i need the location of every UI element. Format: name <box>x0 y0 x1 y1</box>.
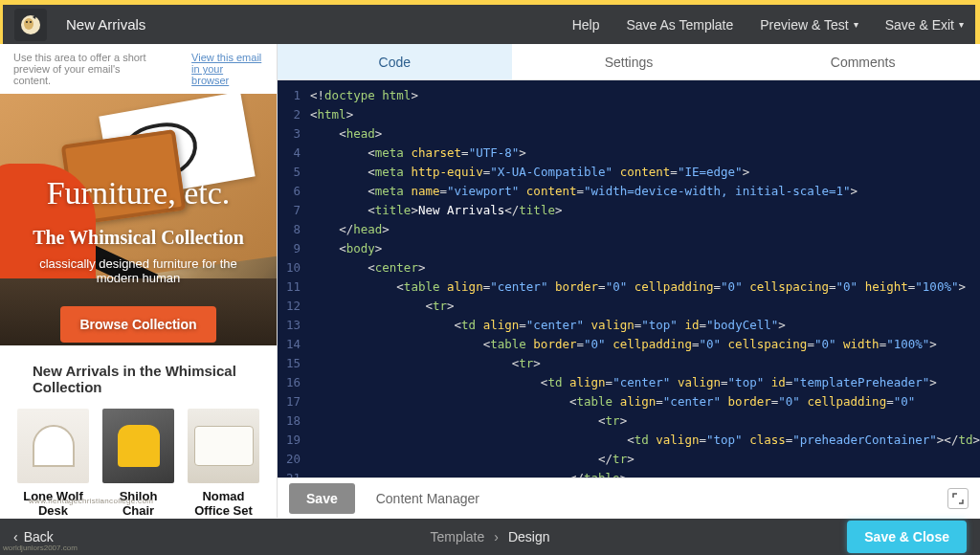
tab-code[interactable]: Code <box>278 44 512 79</box>
help-link[interactable]: Help <box>572 17 600 33</box>
svg-point-2 <box>26 21 28 23</box>
watermark: worldjuniors2007.com <box>3 544 78 552</box>
tab-comments[interactable]: Comments <box>746 44 980 79</box>
save-exit-menu[interactable]: Save & Exit▾ <box>885 17 964 33</box>
chevron-down-icon: ▾ <box>854 19 858 30</box>
hero-text: Furniture, etc. The Whimsical Collection… <box>0 175 277 343</box>
preheader-row: Use this area to offer a short preview o… <box>0 44 277 94</box>
product-image <box>17 409 89 483</box>
chevron-down-icon: ▾ <box>959 19 964 30</box>
breadcrumb-template[interactable]: Template <box>430 529 484 544</box>
save-button[interactable]: Save <box>289 483 355 514</box>
svg-point-1 <box>24 18 33 30</box>
app-footer: ‹Back Template › Design Save & Close <box>0 519 980 555</box>
editor-panel: Code Settings Comments 1<!doctype html>2… <box>278 44 980 518</box>
breadcrumb: Template › Design <box>430 529 549 544</box>
tab-settings[interactable]: Settings <box>512 44 746 79</box>
browse-collection-button[interactable]: Browse Collection <box>60 306 215 343</box>
preview-pane: Use this area to offer a short preview o… <box>0 44 278 518</box>
editor-tabs: Code Settings Comments <box>278 44 980 80</box>
chevron-left-icon: ‹ <box>13 529 18 544</box>
hero-heading: Furniture, etc. <box>19 175 257 211</box>
content-manager-link[interactable]: Content Manager <box>376 491 479 506</box>
app-header: New Arrivals Help Save As Template Previ… <box>0 0 980 44</box>
svg-point-3 <box>30 21 32 23</box>
breadcrumb-design[interactable]: Design <box>508 529 550 544</box>
hero-image-block[interactable]: Furniture, etc. The Whimsical Collection… <box>0 94 277 345</box>
save-close-button[interactable]: Save & Close <box>847 521 967 553</box>
product-image <box>102 409 174 483</box>
section-title: New Arrivals in the Whimsical Collection <box>0 345 277 409</box>
campaign-title[interactable]: New Arrivals <box>66 16 145 33</box>
code-editor[interactable]: 1<!doctype html>2<html>3 <head>4 <meta c… <box>278 80 980 477</box>
preheader-hint[interactable]: Use this area to offer a short preview o… <box>13 52 153 86</box>
preview-test-label: Preview & Test <box>760 17 848 33</box>
hero-tagline: classically designed furniture for the m… <box>19 256 257 285</box>
product-name: Nomad Office Set <box>188 489 259 518</box>
watermark: www.heritagechristiancollege.com <box>29 497 153 505</box>
product-card[interactable]: Nomad Office Set <box>188 409 259 518</box>
view-in-browser-link[interactable]: View this email in your browser <box>191 52 263 86</box>
header-actions: Help Save As Template Preview & Test▾ Sa… <box>572 17 964 33</box>
back-label: Back <box>24 529 54 544</box>
chevron-right-icon: › <box>494 529 499 544</box>
save-exit-label: Save & Exit <box>885 17 954 33</box>
mailchimp-logo-icon[interactable] <box>14 9 47 41</box>
save-as-template-link[interactable]: Save As Template <box>626 17 733 33</box>
back-button[interactable]: ‹Back <box>13 529 54 544</box>
product-image <box>188 409 259 483</box>
main-split: Use this area to offer a short preview o… <box>0 44 980 518</box>
preview-test-menu[interactable]: Preview & Test▾ <box>760 17 858 33</box>
editor-toolbar: Save Content Manager <box>278 477 980 518</box>
hero-subheading: The Whimsical Collection <box>19 227 257 249</box>
expand-editor-icon[interactable] <box>947 488 969 509</box>
